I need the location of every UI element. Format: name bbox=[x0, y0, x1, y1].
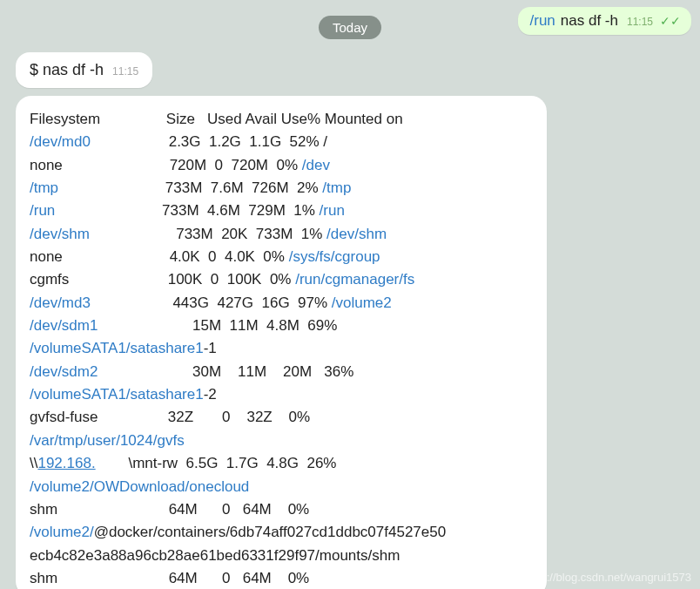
fs-link[interactable]: /dev/sdm1 bbox=[30, 317, 98, 334]
fs-name: cgmfs bbox=[30, 271, 69, 288]
date-pill: Today bbox=[319, 16, 381, 39]
fs-link[interactable]: /run bbox=[30, 202, 55, 219]
mount-link[interactable]: /run/cgmanager/fs bbox=[295, 271, 414, 288]
incoming-message-command[interactable]: $ nas df -h 11:15 bbox=[16, 52, 152, 88]
outgoing-message[interactable]: /run nas df -h 11:15 ✓✓ bbox=[518, 7, 691, 35]
mount-link[interactable]: /run bbox=[320, 202, 345, 219]
gvfsd-row: gvfsd-fuse 32Z 0 32Z 0% bbox=[30, 409, 310, 425]
sata2-link[interactable]: /volumeSATA1/satashare1 bbox=[30, 386, 204, 403]
ip-link[interactable]: 192.168. bbox=[37, 455, 95, 471]
read-check-icon: ✓✓ bbox=[660, 14, 681, 28]
mount-link[interactable]: /dev bbox=[302, 157, 330, 173]
date-label: Today bbox=[333, 20, 367, 35]
gvfs-path-link[interactable]: /var/tmp/user/1024/gvfs bbox=[30, 432, 185, 449]
fs-link[interactable]: /dev/shm bbox=[30, 226, 90, 242]
command-rest: nas df -h bbox=[561, 12, 618, 30]
mount-link[interactable]: /tmp bbox=[322, 179, 351, 196]
fs-link[interactable]: /tmp bbox=[30, 179, 58, 196]
fs-name: none bbox=[30, 248, 63, 265]
shm-row-2: shm 64M 0 64M 0% bbox=[30, 570, 309, 586]
mount-link[interactable]: /dev/shm bbox=[326, 226, 387, 242]
sata1-link[interactable]: /volumeSATA1/satashare1 bbox=[30, 340, 204, 356]
mount-link[interactable]: /volume2 bbox=[332, 294, 392, 311]
df-rows: /dev/md0 2.3G 1.2G 1.1G 52% / none 720M … bbox=[30, 133, 414, 334]
command-link[interactable]: /run bbox=[530, 12, 555, 30]
command-echo: $ nas df -h bbox=[30, 61, 104, 79]
incoming-time: 11:15 bbox=[112, 65, 138, 78]
shm-row-1: shm 64M 0 64M 0% bbox=[30, 501, 309, 518]
volume2-link[interactable]: /volume2/ bbox=[30, 524, 94, 540]
df-header: Filesystem Size Used Avail Use% Mounted … bbox=[30, 111, 403, 127]
watermark: https://blog.csdn.net/wangrui1573 bbox=[522, 571, 691, 584]
onecloud-link[interactable]: /volume2/OWDownload/onecloud bbox=[30, 478, 249, 495]
outgoing-time: 11:15 bbox=[627, 16, 653, 28]
fs-name: none bbox=[30, 157, 63, 173]
fs-link[interactable]: /dev/md0 bbox=[30, 133, 91, 150]
incoming-message-output[interactable]: Filesystem Size Used Avail Use% Mounted … bbox=[16, 96, 547, 589]
mount-link[interactable]: /sys/fs/cgroup bbox=[289, 248, 380, 265]
fs-link[interactable]: /dev/md3 bbox=[30, 294, 91, 311]
sdm2-link[interactable]: /dev/sdm2 bbox=[30, 363, 98, 380]
